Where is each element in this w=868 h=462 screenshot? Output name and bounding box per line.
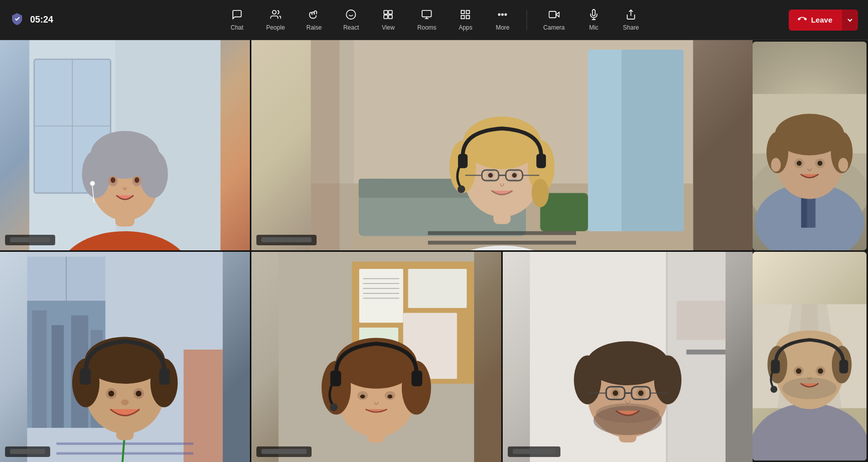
svg-point-37: [90, 181, 95, 186]
participant-video-3: [0, 252, 250, 462]
leave-button[interactable]: Leave: [789, 10, 841, 31]
svg-point-35: [110, 177, 115, 183]
svg-rect-50: [428, 231, 576, 235]
view-label: View: [382, 24, 395, 31]
participant-name-2: [256, 235, 317, 245]
react-button[interactable]: React: [334, 6, 368, 34]
svg-point-144: [613, 390, 618, 396]
svg-rect-70: [536, 154, 546, 169]
svg-point-175: [796, 368, 801, 374]
camera-label: Camera: [543, 24, 565, 31]
svg-point-133: [574, 356, 602, 404]
svg-point-59: [532, 179, 549, 207]
rooms-label: Rooms: [417, 24, 437, 31]
svg-rect-122: [411, 371, 422, 386]
apps-button[interactable]: Apps: [449, 6, 483, 34]
leave-chevron-button[interactable]: [841, 10, 858, 31]
chat-button[interactable]: Chat: [220, 6, 254, 34]
svg-rect-125: [667, 252, 726, 462]
svg-point-36: [134, 177, 139, 183]
svg-point-145: [638, 390, 644, 396]
svg-rect-178: [839, 360, 848, 374]
svg-rect-99: [159, 368, 170, 385]
camera-button[interactable]: Camera: [534, 6, 574, 34]
more-button[interactable]: More: [486, 6, 520, 34]
svg-rect-84: [57, 452, 194, 455]
svg-point-15: [505, 14, 507, 15]
sidebar-participant-2: [753, 252, 866, 460]
svg-point-172: [782, 377, 837, 399]
people-label: People: [266, 24, 284, 31]
more-icon: [497, 9, 508, 22]
mic-icon: [589, 9, 600, 22]
participant-name-4: [256, 446, 312, 457]
svg-rect-48: [311, 40, 340, 250]
video-cell-top-left: [0, 40, 250, 250]
more-label: More: [496, 24, 509, 31]
svg-point-97: [121, 399, 129, 405]
svg-rect-81: [184, 350, 223, 462]
topbar-left: 05:24: [10, 12, 53, 28]
svg-rect-98: [80, 368, 90, 385]
video-cell-bottom-right: [503, 252, 753, 462]
svg-rect-11: [462, 15, 465, 18]
participant-video-1: [0, 40, 250, 250]
svg-point-179: [771, 386, 778, 393]
participant-name-1: [5, 235, 55, 245]
svg-point-159: [797, 161, 802, 166]
share-button[interactable]: Share: [614, 6, 648, 34]
svg-point-95: [108, 391, 114, 397]
raise-label: Raise: [306, 24, 322, 31]
svg-point-120: [387, 395, 392, 399]
svg-rect-6: [384, 15, 388, 18]
phone-icon: [798, 15, 807, 25]
participant-video-4: [251, 252, 501, 462]
svg-point-68: [512, 173, 517, 178]
topbar: 05:24 Chat People: [0, 0, 868, 40]
svg-rect-5: [389, 10, 392, 14]
svg-point-0: [272, 10, 276, 14]
participant-name-5: [508, 446, 560, 457]
mic-label: Mic: [589, 24, 599, 31]
topbar-right: Leave: [789, 10, 858, 31]
participant-video-5: [503, 252, 753, 462]
mic-button[interactable]: Mic: [577, 6, 611, 34]
svg-point-161: [771, 158, 781, 172]
svg-point-71: [458, 185, 465, 193]
video-cell-bottom-center: [251, 252, 501, 462]
svg-point-1: [347, 10, 356, 19]
video-cell-bottom-left: [0, 252, 250, 462]
chat-icon: [231, 9, 242, 22]
svg-point-176: [818, 368, 823, 374]
toolbar-separator: [527, 10, 527, 30]
svg-point-67: [488, 173, 493, 178]
svg-point-14: [502, 14, 503, 15]
svg-point-123: [330, 403, 338, 411]
raise-button[interactable]: Raise: [297, 6, 331, 34]
participants-sidebar: [753, 40, 868, 462]
react-label: React: [343, 24, 359, 31]
svg-rect-102: [359, 269, 403, 323]
svg-point-166: [753, 403, 866, 460]
raise-icon: [309, 9, 320, 22]
apps-icon: [460, 9, 471, 22]
svg-point-96: [135, 391, 141, 397]
svg-rect-151: [801, 198, 807, 228]
svg-rect-4: [384, 10, 388, 14]
call-timer: 05:24: [30, 15, 53, 25]
sidebar-video-2: [753, 252, 866, 460]
svg-point-31: [82, 150, 110, 198]
svg-point-32: [139, 150, 168, 198]
participant-name-3: [5, 446, 50, 457]
people-button[interactable]: People: [257, 6, 294, 34]
sidebar-participant-1: [753, 42, 866, 250]
sidebar-video-1: [753, 42, 866, 250]
view-button[interactable]: View: [371, 6, 405, 34]
svg-rect-78: [52, 325, 64, 428]
camera-icon: [548, 9, 559, 22]
rooms-button[interactable]: Rooms: [408, 6, 446, 34]
svg-rect-17: [549, 11, 556, 18]
svg-point-119: [360, 395, 365, 399]
svg-rect-77: [32, 311, 47, 428]
svg-rect-127: [676, 300, 725, 340]
